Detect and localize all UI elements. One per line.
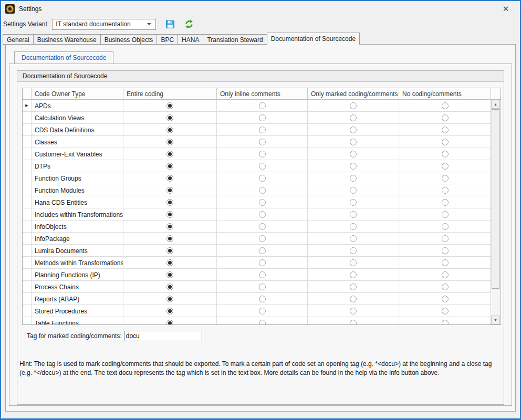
radio-cell-only-marked-coding-comments[interactable] bbox=[308, 220, 399, 233]
radio-cell-only-marked-coding-comments[interactable] bbox=[308, 172, 399, 184]
radio-cell-entire-coding[interactable] bbox=[123, 233, 217, 245]
radio-cell-entire-coding[interactable] bbox=[123, 317, 217, 324]
radio-cell-only-inline-comments[interactable] bbox=[217, 233, 308, 245]
radio-cell-no-coding-comments[interactable] bbox=[399, 112, 491, 124]
radio-cell-only-marked-coding-comments[interactable] bbox=[308, 100, 399, 112]
radio-no-coding-comments[interactable] bbox=[442, 102, 449, 109]
radio-only-inline-comments[interactable] bbox=[259, 139, 266, 145]
radio-only-inline-comments[interactable] bbox=[259, 187, 266, 194]
radio-only-inline-comments[interactable] bbox=[259, 247, 266, 254]
radio-only-inline-comments[interactable] bbox=[259, 223, 266, 230]
radio-only-inline-comments[interactable] bbox=[259, 127, 266, 133]
radio-cell-entire-coding[interactable] bbox=[123, 269, 217, 281]
radio-cell-only-marked-coding-comments[interactable] bbox=[308, 208, 399, 220]
radio-only-marked-coding-comments[interactable] bbox=[350, 163, 357, 170]
radio-only-inline-comments[interactable] bbox=[259, 284, 266, 290]
radio-cell-only-inline-comments[interactable] bbox=[217, 160, 308, 172]
scrollbar-thumb[interactable] bbox=[492, 109, 499, 289]
radio-cell-entire-coding[interactable] bbox=[123, 112, 217, 124]
radio-cell-only-inline-comments[interactable] bbox=[217, 245, 308, 257]
radio-only-marked-coding-comments[interactable] bbox=[350, 175, 357, 182]
radio-selected-entire-coding[interactable] bbox=[166, 175, 173, 182]
radio-cell-only-marked-coding-comments[interactable] bbox=[308, 281, 399, 293]
radio-cell-only-inline-comments[interactable] bbox=[217, 136, 308, 148]
radio-cell-no-coding-comments[interactable] bbox=[399, 269, 491, 281]
radio-cell-no-coding-comments[interactable] bbox=[399, 208, 491, 220]
radio-cell-no-coding-comments[interactable] bbox=[399, 172, 491, 184]
radio-only-inline-comments[interactable] bbox=[259, 102, 266, 109]
table-row[interactable]: Lumira Documents bbox=[23, 245, 501, 257]
radio-cell-entire-coding[interactable] bbox=[123, 172, 217, 184]
radio-only-inline-comments[interactable] bbox=[259, 151, 266, 158]
settings-variant-dropdown[interactable]: IT standard documentation bbox=[52, 19, 156, 30]
radio-selected-entire-coding[interactable] bbox=[166, 259, 173, 266]
radio-only-inline-comments[interactable] bbox=[259, 308, 266, 314]
radio-no-coding-comments[interactable] bbox=[442, 211, 449, 218]
radio-cell-entire-coding[interactable] bbox=[123, 124, 217, 136]
radio-cell-no-coding-comments[interactable] bbox=[399, 220, 491, 233]
radio-cell-no-coding-comments[interactable] bbox=[399, 160, 491, 172]
radio-cell-entire-coding[interactable] bbox=[123, 281, 217, 293]
radio-cell-entire-coding[interactable] bbox=[123, 160, 217, 172]
radio-cell-only-inline-comments[interactable] bbox=[217, 317, 308, 324]
radio-selected-entire-coding[interactable] bbox=[166, 187, 173, 194]
table-row[interactable]: Planning Functions (IP) bbox=[23, 269, 501, 281]
radio-no-coding-comments[interactable] bbox=[442, 127, 449, 133]
radio-cell-entire-coding[interactable] bbox=[123, 257, 217, 269]
radio-cell-only-inline-comments[interactable] bbox=[217, 100, 308, 112]
radio-selected-entire-coding[interactable] bbox=[166, 114, 173, 121]
radio-only-marked-coding-comments[interactable] bbox=[350, 320, 357, 325]
radio-cell-only-marked-coding-comments[interactable] bbox=[308, 317, 399, 324]
radio-only-marked-coding-comments[interactable] bbox=[350, 139, 357, 145]
radio-cell-only-inline-comments[interactable] bbox=[217, 257, 308, 269]
refresh-icon[interactable] bbox=[184, 19, 194, 29]
radio-cell-no-coding-comments[interactable] bbox=[399, 305, 491, 317]
table-row[interactable]: Process Chains bbox=[23, 281, 501, 293]
radio-only-inline-comments[interactable] bbox=[259, 259, 266, 266]
table-row[interactable]: InfoPackage bbox=[23, 233, 501, 245]
tab-translation-steward[interactable]: Translation Steward bbox=[203, 34, 267, 45]
radio-cell-only-inline-comments[interactable] bbox=[217, 196, 308, 208]
radio-only-marked-coding-comments[interactable] bbox=[350, 151, 357, 158]
radio-cell-only-marked-coding-comments[interactable] bbox=[308, 148, 399, 160]
tab-general[interactable]: General bbox=[3, 34, 34, 45]
radio-only-marked-coding-comments[interactable] bbox=[350, 271, 357, 278]
radio-cell-entire-coding[interactable] bbox=[123, 184, 217, 196]
radio-selected-entire-coding[interactable] bbox=[166, 163, 173, 170]
table-row[interactable]: Methods within Transformations bbox=[23, 257, 501, 269]
radio-only-marked-coding-comments[interactable] bbox=[350, 114, 357, 121]
radio-cell-only-marked-coding-comments[interactable] bbox=[308, 184, 399, 196]
radio-no-coding-comments[interactable] bbox=[442, 199, 449, 206]
radio-no-coding-comments[interactable] bbox=[442, 284, 449, 290]
radio-only-marked-coding-comments[interactable] bbox=[350, 102, 357, 109]
radio-cell-no-coding-comments[interactable] bbox=[399, 281, 491, 293]
table-row[interactable]: CDS Data Definitions bbox=[23, 124, 501, 136]
radio-cell-no-coding-comments[interactable] bbox=[399, 257, 491, 269]
table-row[interactable]: ▶APDs bbox=[23, 100, 501, 112]
table-row[interactable]: DTPs bbox=[23, 160, 501, 172]
radio-cell-no-coding-comments[interactable] bbox=[399, 233, 491, 245]
radio-selected-entire-coding[interactable] bbox=[166, 211, 173, 218]
radio-cell-only-inline-comments[interactable] bbox=[217, 124, 308, 136]
radio-cell-only-marked-coding-comments[interactable] bbox=[308, 124, 399, 136]
tag-input[interactable] bbox=[124, 331, 202, 341]
radio-cell-only-marked-coding-comments[interactable] bbox=[308, 269, 399, 281]
radio-cell-entire-coding[interactable] bbox=[123, 305, 217, 317]
radio-only-marked-coding-comments[interactable] bbox=[350, 284, 357, 290]
tab-documentation-of-sourcecode[interactable]: Documentation of Sourcecode bbox=[267, 33, 360, 45]
radio-no-coding-comments[interactable] bbox=[442, 223, 449, 230]
radio-cell-entire-coding[interactable] bbox=[123, 220, 217, 233]
table-row[interactable]: Stored Procedures bbox=[23, 305, 501, 317]
radio-cell-entire-coding[interactable] bbox=[123, 148, 217, 160]
radio-cell-only-marked-coding-comments[interactable] bbox=[308, 196, 399, 208]
radio-cell-only-marked-coding-comments[interactable] bbox=[308, 160, 399, 172]
radio-cell-entire-coding[interactable] bbox=[123, 100, 217, 112]
table-row[interactable]: Classes bbox=[23, 136, 501, 148]
scroll-up-icon[interactable]: ▲ bbox=[491, 100, 500, 109]
radio-cell-only-inline-comments[interactable] bbox=[217, 269, 308, 281]
radio-no-coding-comments[interactable] bbox=[442, 271, 449, 278]
tab-hana[interactable]: HANA bbox=[178, 34, 203, 45]
radio-selected-entire-coding[interactable] bbox=[166, 102, 173, 109]
radio-cell-only-marked-coding-comments[interactable] bbox=[308, 233, 399, 245]
table-row[interactable]: Function Modules bbox=[23, 184, 501, 196]
